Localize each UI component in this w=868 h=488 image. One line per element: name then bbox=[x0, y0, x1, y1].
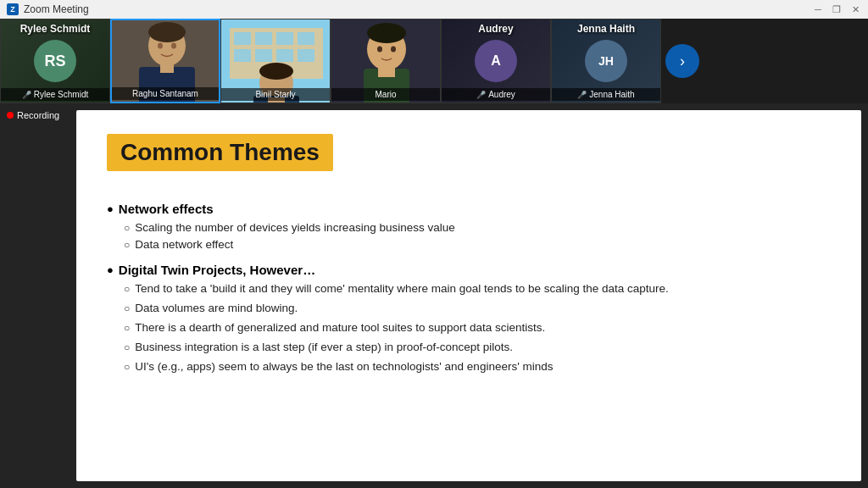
svg-rect-26 bbox=[378, 67, 395, 77]
close-button[interactable]: ✕ bbox=[849, 3, 861, 15]
svg-point-7 bbox=[158, 43, 163, 49]
participant-bar: Rylee Schmidt RS 🎤 Rylee Schmidt bbox=[0, 19, 868, 103]
mute-icon-audrey: 🎤 bbox=[476, 91, 486, 99]
bullet-sub-2-2: Data volumes are mind blowing. bbox=[124, 302, 831, 314]
bullet-section-2: Digital Twin Projects, However… Tend to … bbox=[107, 263, 831, 373]
bullet-sub-2-1: Tend to take a 'build it and they will c… bbox=[124, 282, 831, 295]
maximize-button[interactable]: ❐ bbox=[831, 3, 843, 15]
participant-tile-raghu[interactable]: Raghu Santanam bbox=[110, 19, 220, 103]
svg-rect-18 bbox=[298, 49, 314, 62]
title-bar: Z Zoom Meeting ─ ❐ ✕ bbox=[0, 0, 868, 19]
avatar-rylee: RS bbox=[34, 40, 76, 82]
recording-badge: Recording bbox=[7, 110, 59, 120]
participant-name-top-jenna: Jenna Haith bbox=[552, 23, 660, 35]
participant-label-rylee: 🎤 Rylee Schmidt bbox=[1, 88, 109, 101]
bullet-sub-2-4: Business integration is a last step (if … bbox=[124, 341, 831, 353]
title-bar-left: Z Zoom Meeting bbox=[7, 3, 89, 15]
bullet-sub-2-5: UI's (e.g., apps) seem to always be the … bbox=[124, 360, 831, 373]
bullet-sub-2-3: There is a dearth of generalized and mat… bbox=[124, 321, 831, 334]
svg-point-27 bbox=[367, 23, 406, 43]
participant-label-raghu: Raghu Santanam bbox=[112, 87, 219, 100]
participant-name-top-rylee: Rylee Schmidt bbox=[1, 23, 109, 35]
slide-title: Common Themes bbox=[107, 134, 333, 171]
svg-rect-14 bbox=[298, 32, 314, 45]
svg-point-22 bbox=[259, 63, 293, 80]
mute-icon-rylee: 🎤 bbox=[22, 91, 31, 99]
participant-label-binil: Binil Starly bbox=[221, 88, 330, 101]
main-content-area: Common Themes Network effects Scaling th… bbox=[0, 103, 868, 488]
participant-label-jenna: 🎤 Jenna Haith bbox=[552, 88, 660, 101]
window-controls[interactable]: ─ ❐ ✕ bbox=[812, 3, 861, 15]
bullet-sub-1-2: Data network effect bbox=[124, 238, 831, 251]
participant-nav-next[interactable]: › bbox=[661, 19, 704, 103]
svg-rect-16 bbox=[255, 49, 272, 62]
bullet-main-1: Network effects bbox=[107, 202, 831, 216]
participant-label-audrey: 🎤 Audrey bbox=[442, 88, 550, 101]
svg-rect-12 bbox=[255, 32, 272, 45]
avatar-audrey: A bbox=[475, 40, 517, 82]
mute-icon-jenna: 🎤 bbox=[577, 91, 587, 99]
participant-tile-rylee[interactable]: Rylee Schmidt RS 🎤 Rylee Schmidt bbox=[0, 19, 110, 103]
bullet-section-1: Network effects Scaling the number of de… bbox=[107, 202, 831, 251]
svg-rect-5 bbox=[160, 63, 174, 73]
svg-point-29 bbox=[391, 47, 396, 53]
svg-rect-13 bbox=[276, 32, 293, 45]
zoom-icon: Z bbox=[7, 3, 19, 15]
svg-point-28 bbox=[377, 47, 382, 53]
bullet-sub-1-1: Scaling the number of devices yields inc… bbox=[124, 221, 831, 234]
participant-name-top-audrey: Audrey bbox=[442, 23, 550, 35]
zoom-container: Rylee Schmidt RS 🎤 Rylee Schmidt bbox=[0, 19, 868, 488]
slide-title-wrapper: Common Themes bbox=[107, 134, 831, 186]
next-arrow-button[interactable]: › bbox=[665, 44, 699, 78]
minimize-button[interactable]: ─ bbox=[812, 3, 824, 15]
presentation-slide: Common Themes Network effects Scaling th… bbox=[76, 110, 861, 481]
svg-point-6 bbox=[148, 22, 186, 42]
participant-tile-audrey[interactable]: Audrey A 🎤 Audrey bbox=[441, 19, 551, 103]
recording-dot bbox=[7, 112, 14, 119]
title-bar-title: Zoom Meeting bbox=[24, 3, 89, 15]
svg-point-8 bbox=[171, 43, 176, 49]
participant-tile-binil[interactable]: Binil Starly bbox=[220, 19, 331, 103]
svg-rect-17 bbox=[276, 49, 293, 62]
participant-label-mario: Mario bbox=[331, 88, 440, 101]
svg-rect-11 bbox=[234, 32, 251, 45]
avatar-jenna: JH bbox=[585, 40, 627, 82]
svg-rect-15 bbox=[234, 49, 251, 62]
participant-tile-jenna[interactable]: Jenna Haith JH 🎤 Jenna Haith bbox=[551, 19, 661, 103]
participant-tile-mario[interactable]: Mario bbox=[331, 19, 441, 103]
bullet-main-2: Digital Twin Projects, However… bbox=[107, 263, 831, 277]
